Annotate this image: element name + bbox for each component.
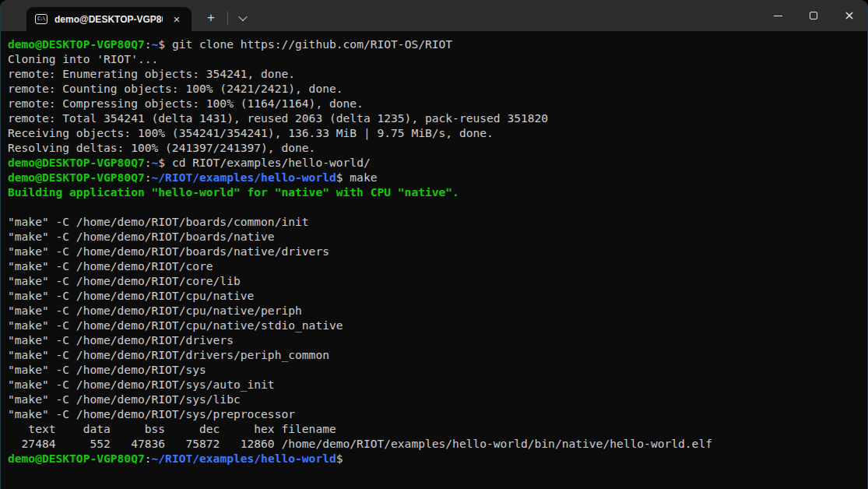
terminal-line [8,199,864,214]
terminal-line: Building application "hello-world" for "… [8,185,864,199]
minimize-button[interactable] [760,0,796,31]
tab-close-icon[interactable]: × [170,12,184,26]
terminal-line: 27484 552 47836 75872 12860 /home/demo/R… [8,436,864,451]
tab-title: demo@DESKTOP-VGP80Q7: ~ [54,14,163,25]
terminal-line: "make" -C /home/demo/RIOT/cpu/native/std… [8,318,864,332]
maximize-icon [810,12,817,19]
plus-icon: + [207,10,215,26]
terminal-line: "make" -C /home/demo/RIOT/cpu/native/per… [8,303,864,318]
tab-dropdown-button[interactable] [231,7,255,29]
terminal-line: "make" -C /home/demo/RIOT/boards/native [8,229,864,244]
terminal-icon: C:\ [35,14,47,24]
terminal-line: "make" -C /home/demo/RIOT/cpu/native [8,288,864,303]
window-controls: × [760,0,867,31]
terminal-line: text data bss dec hex filename [8,421,864,436]
terminal-line: "make" -C /home/demo/RIOT/drivers/periph… [8,347,864,362]
close-icon: × [844,9,854,22]
terminal-line: Resolving deltas: 100% (241397/241397), … [8,140,864,155]
terminal-line: Receiving objects: 100% (354241/354241),… [8,125,864,140]
terminal-line: "make" -C /home/demo/RIOT/boards/common/… [8,214,864,229]
terminal-line: "make" -C /home/demo/RIOT/boards/native/… [8,244,864,259]
terminal-line: demo@DESKTOP-VGP80Q7:~$ cd RIOT/examples… [8,155,864,170]
terminal-line: demo@DESKTOP-VGP80Q7:~/RIOT/examples/hel… [8,170,864,185]
terminal-line: Cloning into 'RIOT'... [8,51,864,66]
minimize-icon [774,16,782,16]
new-tab-button[interactable]: + [198,7,224,29]
terminal-line: "make" -C /home/demo/RIOT/sys [8,362,864,377]
terminal-line: remote: Enumerating objects: 354241, don… [8,66,864,81]
terminal-line: "make" -C /home/demo/RIOT/sys/preprocess… [8,406,864,421]
terminal-line: remote: Counting objects: 100% (2421/242… [8,81,864,96]
terminal-line: "make" -C /home/demo/RIOT/sys/auto_init [8,377,864,392]
close-button[interactable]: × [831,0,867,31]
terminal-line: "make" -C /home/demo/RIOT/sys/libc [8,392,864,406]
maximize-button[interactable] [796,0,831,31]
terminal-line: remote: Total 354241 (delta 1431), reuse… [8,111,864,125]
titlebar-divider [227,12,228,25]
terminal-line: "make" -C /home/demo/RIOT/drivers [8,332,864,347]
terminal-line: "make" -C /home/demo/RIOT/core [8,259,864,273]
terminal-tab[interactable]: C:\ demo@DESKTOP-VGP80Q7: ~ × [26,7,192,31]
terminal-line: demo@DESKTOP-VGP80Q7:~$ git clone https:… [8,37,864,51]
terminal-line: "make" -C /home/demo/RIOT/core/lib [8,273,864,288]
terminal-output[interactable]: demo@DESKTOP-VGP80Q7:~$ git clone https:… [1,31,867,489]
title-bar: C:\ demo@DESKTOP-VGP80Q7: ~ × + × [1,0,867,31]
terminal-line: remote: Compressing objects: 100% (1164/… [8,96,864,111]
terminal-line: demo@DESKTOP-VGP80Q7:~/RIOT/examples/hel… [8,451,864,466]
terminal-window: C:\ demo@DESKTOP-VGP80Q7: ~ × + × demo@D… [0,0,868,489]
chevron-down-icon [238,12,247,21]
